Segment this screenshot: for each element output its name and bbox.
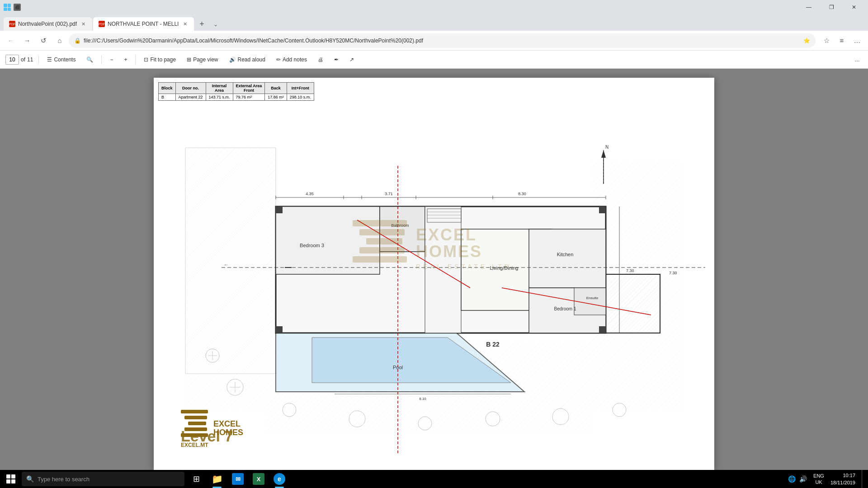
search-button[interactable]: 🔍 bbox=[84, 53, 96, 66]
col-int-front: Int+Front bbox=[287, 83, 314, 94]
svg-rect-17 bbox=[529, 229, 606, 288]
svg-rect-13 bbox=[276, 206, 380, 274]
svg-text:Bedroom 1: Bedroom 1 bbox=[554, 306, 576, 311]
settings-button[interactable]: … bbox=[850, 33, 864, 48]
tab-1-favicon: PDF bbox=[9, 21, 15, 27]
window-controls[interactable]: — ❐ ✕ bbox=[798, 0, 864, 14]
explorer-icon: 📁 bbox=[212, 474, 223, 484]
volume-icon: 🔊 bbox=[799, 475, 807, 483]
taskbar-app-edge[interactable]: e bbox=[269, 470, 289, 488]
svg-text:Kitchen: Kitchen bbox=[557, 252, 574, 257]
add-notes-button[interactable]: ✏ Add notes bbox=[274, 53, 310, 66]
cell-internal: 143.71 s.m. bbox=[206, 94, 233, 101]
contents-button[interactable]: ☰ Contents bbox=[44, 53, 78, 66]
forward-button[interactable]: → bbox=[20, 33, 34, 48]
taskbar-search-icon: 🔍 bbox=[26, 475, 34, 483]
cell-ext-front: 79.76 m² bbox=[233, 94, 265, 101]
excel-icon: X bbox=[253, 473, 264, 485]
taskbar-app-outlook[interactable]: ✉ bbox=[228, 470, 248, 488]
language-indicator: ENG UK bbox=[813, 473, 824, 486]
clock[interactable]: 10:17 18/11/2019 bbox=[828, 472, 858, 487]
nav-icons: ☆ ≡ … bbox=[819, 33, 864, 48]
svg-text:REAL ESTATE LTD: REAL ESTATE LTD bbox=[416, 263, 512, 270]
svg-rect-74 bbox=[276, 206, 283, 213]
svg-text:Level 7: Level 7 bbox=[181, 427, 233, 445]
sys-icons[interactable]: 🌐 🔊 bbox=[785, 475, 810, 483]
tab-bar: PDF NorthvalePoint (002).pdf ✕ PDF NORTH… bbox=[0, 14, 868, 31]
svg-rect-88 bbox=[184, 416, 207, 419]
col-door: Door no. bbox=[175, 83, 206, 94]
svg-text:4.35: 4.35 bbox=[306, 192, 314, 196]
page-view-button[interactable]: ⊞ Page view bbox=[184, 53, 221, 66]
svg-rect-75 bbox=[599, 206, 606, 213]
svg-text:B 22: B 22 bbox=[486, 341, 500, 348]
svg-rect-82 bbox=[359, 247, 405, 253]
cell-block: B bbox=[159, 94, 176, 101]
taskbar-app-explorer[interactable]: 📁 bbox=[207, 470, 227, 488]
svg-rect-89 bbox=[188, 422, 206, 425]
svg-text:Ensuite: Ensuite bbox=[586, 296, 599, 300]
start-button[interactable] bbox=[0, 470, 22, 488]
show-desktop-button[interactable] bbox=[862, 470, 864, 488]
tab-overflow-button[interactable]: ⌄ bbox=[209, 18, 222, 31]
back-button[interactable]: ← bbox=[4, 33, 18, 48]
restore-button[interactable]: ❐ bbox=[821, 0, 842, 14]
edge-icon: e bbox=[274, 473, 285, 485]
tab-2[interactable]: PDF NORTHVALE POINT - MELLI ✕ bbox=[93, 17, 194, 31]
favorites-button[interactable]: ☆ bbox=[819, 33, 834, 48]
address-bar[interactable]: 🔒 file:///C:/Users/Godwin%20Darmanin/App… bbox=[69, 33, 816, 48]
lang-text: ENG bbox=[813, 473, 824, 479]
pdf-page: Block Door no. InternalArea External Are… bbox=[154, 78, 714, 470]
tab-2-close[interactable]: ✕ bbox=[181, 20, 189, 28]
minimize-button[interactable]: — bbox=[798, 0, 819, 14]
tab-1-close[interactable]: ✕ bbox=[80, 20, 87, 28]
svg-rect-19 bbox=[574, 288, 606, 315]
fit-to-page-button[interactable]: ⊡ Fit to page bbox=[141, 53, 179, 66]
zoom-in-button[interactable]: + bbox=[121, 53, 130, 66]
contents-label: Contents bbox=[54, 56, 75, 63]
tab-1[interactable]: PDF NorthvalePoint (002).pdf ✕ bbox=[4, 17, 92, 31]
svg-text:HOMES: HOMES bbox=[416, 242, 482, 261]
col-block: Block bbox=[159, 83, 176, 94]
page-input[interactable] bbox=[5, 55, 19, 65]
refresh-button[interactable]: ↺ bbox=[36, 33, 51, 48]
notes-label: Add notes bbox=[283, 56, 307, 63]
read-aloud-button[interactable]: 🔊 Read aloud bbox=[226, 53, 268, 66]
svg-rect-83 bbox=[353, 256, 407, 263]
svg-rect-6 bbox=[185, 161, 267, 410]
taskbar-search[interactable]: 🔍 Type here to search bbox=[22, 472, 184, 486]
info-table: Block Door no. InternalArea External Are… bbox=[158, 82, 314, 101]
taskbar-app-task-view[interactable]: ⊞ bbox=[186, 470, 206, 488]
cell-int-front: 298.10 s.m. bbox=[287, 94, 314, 101]
svg-rect-80 bbox=[359, 229, 405, 235]
zoom-out-button[interactable]: − bbox=[107, 53, 116, 66]
more-button[interactable]: … bbox=[852, 53, 863, 66]
share-button[interactable]: ↗ bbox=[347, 53, 357, 66]
home-button[interactable]: ⌂ bbox=[52, 33, 67, 48]
tab-1-title: NorthvalePoint (002).pdf bbox=[18, 21, 77, 27]
taskbar-search-text: Type here to search bbox=[38, 476, 90, 483]
close-button[interactable]: ✕ bbox=[844, 0, 864, 14]
taskbar-app-excel[interactable]: X bbox=[249, 470, 269, 488]
content-area: Block Door no. InternalArea External Are… bbox=[0, 69, 868, 470]
draw-button[interactable]: ✒ bbox=[331, 53, 341, 66]
svg-text:8.30: 8.30 bbox=[518, 192, 526, 196]
col-ext-front: External AreaFront bbox=[233, 83, 265, 94]
col-ext-back: Back bbox=[265, 83, 287, 94]
print-button[interactable]: 🖨 bbox=[315, 53, 326, 66]
new-tab-button[interactable]: + bbox=[195, 17, 208, 31]
svg-text:←: ← bbox=[224, 262, 228, 267]
date-display: 18/11/2019 bbox=[830, 479, 855, 487]
collections-button[interactable]: ≡ bbox=[835, 33, 849, 48]
page-number: of 11 bbox=[5, 55, 33, 65]
svg-text:N: N bbox=[605, 145, 609, 150]
pageview-label: Page view bbox=[193, 56, 218, 63]
svg-rect-77 bbox=[599, 326, 606, 333]
cell-door: Apartment 22 bbox=[175, 94, 206, 101]
tab-2-title: NORTHVALE POINT - MELLI bbox=[108, 21, 179, 27]
system-tray: 🌐 🔊 ENG UK 10:17 18/11/2019 bbox=[785, 470, 868, 488]
region-text: UK bbox=[813, 479, 824, 485]
page-total: 11 bbox=[27, 56, 33, 63]
outlook-icon: ✉ bbox=[232, 473, 244, 485]
svg-marker-12 bbox=[606, 274, 660, 333]
